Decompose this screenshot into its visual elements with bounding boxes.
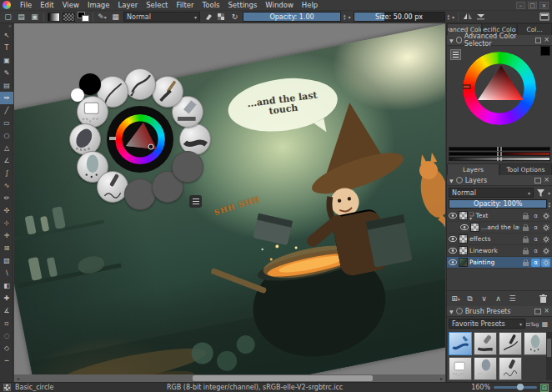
layer-thumbnail[interactable]: [459, 258, 468, 267]
size-slider[interactable]: Size: 50.00 px: [354, 12, 445, 22]
layer-alpha-icon[interactable]: α: [531, 247, 540, 255]
menu-settings[interactable]: Settings: [223, 0, 261, 10]
tool-polygon-select[interactable]: ◇: [0, 342, 13, 354]
zoom-slider[interactable]: [494, 386, 537, 389]
layer-name[interactable]: Linework: [469, 247, 519, 254]
collapse-caret-icon[interactable]: ▼: [449, 309, 454, 314]
checkers-icon[interactable]: ▦: [110, 12, 121, 22]
tab-layers[interactable]: Layers: [447, 163, 499, 175]
size-spinner[interactable]: ▴▾: [448, 13, 450, 20]
menu-tools[interactable]: Tools: [198, 0, 224, 10]
layer-name[interactable]: effects: [469, 235, 519, 243]
advanced-color-selector[interactable]: [447, 46, 552, 146]
shade-strip-3[interactable]: [449, 157, 550, 161]
tool-measure[interactable]: ∡: [0, 304, 13, 317]
tool-text[interactable]: T: [0, 42, 13, 54]
blending-mode-dropdown[interactable]: Normal▾: [123, 12, 200, 22]
layer-thumbnail[interactable]: [459, 246, 468, 255]
tool-multibrush[interactable]: ✣: [0, 204, 13, 217]
layer-lock-icon[interactable]: [521, 212, 530, 220]
tool-gradient[interactable]: ▧: [0, 254, 13, 267]
preset-view-mode-icon[interactable]: ▦: [539, 319, 550, 329]
palette-empty-slot[interactable]: [172, 151, 203, 183]
layer-properties-button[interactable]: ☰: [507, 294, 518, 304]
advanced-color-selector-header[interactable]: ▼ Advanced Color Selector ×: [447, 35, 552, 46]
layer-filter-dropdown[interactable]: ▾: [548, 190, 550, 196]
tool-edit-shapes[interactable]: ▣: [0, 54, 13, 67]
tool-polyline[interactable]: ∠: [0, 154, 13, 167]
last-color-swatch[interactable]: [540, 46, 550, 56]
collapse-caret-icon[interactable]: ▼: [449, 38, 454, 43]
tool-select-shapes[interactable]: ↖: [0, 29, 13, 42]
menu-filter[interactable]: Filter: [172, 0, 198, 10]
layer-lock-icon[interactable]: [521, 235, 530, 244]
brush-presets-header[interactable]: ▼ Brush Presets ×: [447, 306, 552, 317]
preset-inkpen-blue[interactable]: [449, 332, 472, 355]
layer-row-effects[interactable]: effects α: [447, 234, 552, 245]
opacity-slider[interactable]: Opacity: 1.00: [243, 12, 341, 22]
layer-row-painting[interactable]: Painting α: [447, 257, 552, 269]
preset-filter-dropdown[interactable]: Favorite Presets▾: [449, 319, 525, 329]
group-layer-icon[interactable]: ❏▾: [469, 212, 474, 220]
color-wheel[interactable]: [463, 52, 536, 127]
open-document-icon[interactable]: ▤: [16, 12, 27, 22]
close-dock-icon[interactable]: ×: [544, 37, 549, 43]
save-document-icon[interactable]: ▣: [29, 12, 40, 22]
tool-rect-select[interactable]: ▫: [0, 317, 13, 329]
delete-layer-button[interactable]: [538, 294, 549, 304]
workspace-chooser-icon[interactable]: [539, 12, 549, 22]
close-dock-icon[interactable]: ×: [544, 308, 549, 314]
tool-calligraphy[interactable]: ✎: [0, 67, 13, 79]
toolbox-grip[interactable]: ×: [0, 23, 13, 29]
preset-marker[interactable]: [474, 332, 497, 355]
palette-brush-dark-blob[interactable]: [69, 123, 101, 155]
preset-detail-pen[interactable]: [499, 357, 522, 380]
canvas-only-mode-button[interactable]: ⊡: [540, 384, 549, 392]
close-dock-icon[interactable]: ×: [544, 177, 549, 183]
new-document-icon[interactable]: ▢: [3, 12, 13, 22]
scroll-right-icon[interactable]: ▸: [438, 375, 445, 381]
scroll-left-icon[interactable]: ◂: [14, 375, 22, 381]
menu-file[interactable]: File: [16, 0, 36, 10]
layer-name[interactable]: Painting: [469, 259, 519, 266]
layer-visibility-icon[interactable]: [460, 224, 469, 230]
layer-lock-icon[interactable]: [521, 247, 530, 255]
float-dock-icon[interactable]: [535, 38, 541, 43]
shade-strip-2[interactable]: [449, 152, 550, 156]
layer-style-icon[interactable]: [541, 212, 550, 220]
scrollbar-thumb[interactable]: [193, 375, 373, 381]
layer-name[interactable]: ...and the last to...: [481, 224, 519, 231]
layer-lock-icon[interactable]: [521, 224, 530, 232]
layer-thumbnail[interactable]: [459, 211, 468, 220]
tab-tool-options[interactable]: Tool Options: [499, 163, 552, 175]
layer-blending-dropdown[interactable]: Normal▾: [449, 188, 534, 198]
tool-color-sampler[interactable]: ∖: [0, 267, 13, 279]
preserve-alpha-icon[interactable]: [216, 12, 227, 22]
preset-fineliner[interactable]: [499, 332, 522, 355]
layer-row--and-the-last-to-[interactable]: ...and the last to... α: [447, 222, 552, 234]
tool-move[interactable]: ✛: [0, 229, 13, 242]
palette-brush-finepen[interactable]: [97, 171, 128, 203]
tool-line[interactable]: ╱: [0, 104, 13, 117]
canvas-h-scrollbar[interactable]: ◂ ▸: [14, 374, 445, 382]
layer-filter-icon[interactable]: [535, 188, 546, 198]
layer-thumbnail[interactable]: [470, 223, 479, 232]
palette-brush-eraser[interactable]: [77, 96, 108, 128]
layer-visibility-icon[interactable]: [449, 236, 457, 242]
gradient-chooser[interactable]: [48, 13, 60, 22]
layer-row-text[interactable]: ❏▾Text α: [447, 210, 552, 222]
move-layer-down-button[interactable]: ∨: [479, 294, 489, 304]
maximize-window-icon[interactable]: □: [528, 2, 537, 9]
layer-visibility-icon[interactable]: [449, 213, 457, 219]
layer-style-icon[interactable]: [541, 224, 550, 232]
canvas-area[interactable]: ...and the last touch SHH SHH ◂ ▸: [14, 23, 445, 382]
preset-eraser[interactable]: [449, 357, 472, 380]
layer-alpha-icon[interactable]: α: [531, 259, 540, 267]
layer-alpha-icon[interactable]: α: [531, 235, 540, 244]
close-window-icon[interactable]: ×: [539, 2, 549, 9]
palette-brush-paintbrush[interactable]: [152, 76, 183, 108]
tool-ellipse[interactable]: ○: [0, 129, 13, 142]
preset-scrollbar[interactable]: [546, 332, 552, 380]
layer-style-icon[interactable]: [541, 247, 550, 255]
layer-style-icon[interactable]: [541, 259, 550, 267]
